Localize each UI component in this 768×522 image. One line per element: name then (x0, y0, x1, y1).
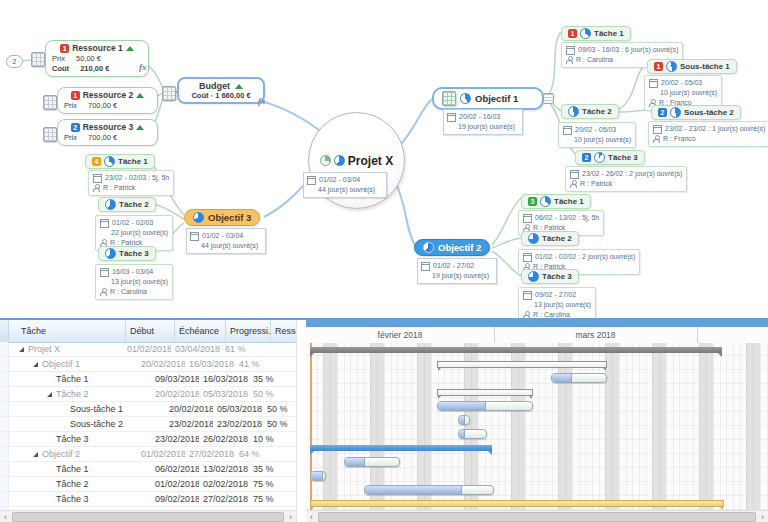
table-row-tache-3[interactable]: Tâche 3 09/02/2018 27/02/2018 75 % Carol… (0, 492, 296, 507)
node-obj1-tache-2[interactable]: Tâche 2 20/02 - 05/03 10 jour(s) ouvré(s… (558, 103, 636, 148)
table-row-tache-2[interactable]: Tâche 2 20/02/2018 05/03/2018 50 % (0, 387, 296, 402)
collapse-caret-icon[interactable] (126, 46, 134, 51)
gantt-bar-projet-x[interactable] (310, 347, 722, 353)
collapsed-branch-count[interactable]: 2 (6, 55, 23, 68)
cell-resource: Patrick (293, 432, 297, 446)
progress-pie-icon (193, 212, 204, 223)
column-header-resources[interactable]: Ressources (271, 320, 297, 342)
progress-pie-icon (334, 155, 345, 166)
expand-arrow-icon[interactable] (19, 347, 24, 352)
objectif3-dates-box: 01/02 - 03/04 44 jour(s) ouvré(s) (186, 228, 266, 254)
node-title: Objectif 2 (438, 242, 481, 253)
node-obj1-tache-3[interactable]: 2Tâche 3 23/02 - 26/02 : 2 jour(s) ouvré… (565, 146, 687, 192)
node-objectif-3[interactable]: Objectif 3 (184, 209, 260, 226)
gantt-bar-tache-3[interactable] (458, 429, 487, 439)
grid-horizontal-scrollbar[interactable]: ‹ › (0, 510, 296, 522)
collapse-caret-icon[interactable] (136, 93, 144, 98)
scrollbar-thumb[interactable] (318, 512, 756, 522)
priority-badge: 2 (71, 123, 80, 132)
scrollbar-thumb[interactable] (12, 512, 284, 522)
gantt-bar-tache-1[interactable] (344, 457, 400, 467)
duration-text: 10 jour(s) ouvré(s) (660, 88, 717, 98)
mindmap-canvas[interactable]: 2 1 Ressource 1 Prix50,00 € Coût◦210,00 … (0, 0, 768, 318)
table-row-sous-tache-2[interactable]: Sous-tâche 2 23/02/2018 23/02/2018 50 % … (0, 417, 296, 432)
gantt-bar-sous-tache-1[interactable] (437, 401, 533, 411)
progress-pie-icon (528, 233, 539, 244)
table-row-projet-x[interactable]: Projet X 01/02/2018 03/04/2018 61 % (0, 342, 296, 357)
node-ressource-3[interactable]: 2 Ressource 3 Prix700,00 € (57, 119, 158, 146)
node-ressource-1[interactable]: 1 Ressource 1 Prix50,00 € Coût◦210,00 € (45, 40, 149, 77)
gantt-bar-tache-2[interactable] (437, 389, 533, 396)
cell-end: 27/02/2018 (185, 447, 235, 461)
gantt-bar-tache-2[interactable] (310, 471, 326, 481)
table-row-tache-2[interactable]: Tâche 2 01/02/2018 02/02/2018 75 % Patri… (0, 477, 296, 492)
node-obj3-tache-3[interactable]: Tâche 3 16/03 - 03/04 13 jour(s) ouvré(s… (95, 245, 173, 300)
table-row-tache-1[interactable]: Tâche 1 09/03/2018 16/03/2018 35 % Carol… (0, 372, 296, 387)
grid-header: Tâche Début Échéance Progressi... Ressou… (0, 320, 296, 343)
priority-badge: 2 (658, 108, 667, 117)
node-obj2-tache-3[interactable]: Tâche 3 09/02 - 27/02 13 jour(s) ouvré(s… (518, 268, 596, 323)
node-obj3-tache-2[interactable]: Tâche 2 01/02 - 02/03 22 jour(s) ouvré(s… (95, 196, 173, 251)
spreadsheet-icon[interactable] (31, 52, 45, 67)
priority-badge: 4 (92, 157, 101, 166)
table-row-objectif-1[interactable]: Objectif 1 20/02/2018 16/03/2018 41 % (0, 357, 296, 372)
gantt-bar-sous-tache-2[interactable] (458, 415, 470, 425)
task-title: Tâche 1 (118, 157, 148, 166)
node-ressource-2[interactable]: 1 Ressource 2 Prix700,00 € (57, 87, 158, 114)
table-row-objectif-2[interactable]: Objectif 2 01/02/2018 27/02/2018 64 % (0, 447, 296, 462)
price-label: Prix (64, 101, 88, 110)
collapse-caret-icon[interactable] (136, 125, 144, 130)
cell-progress: 75 % (249, 492, 293, 506)
node-sous-tache-2[interactable]: 2Sous-tâche 2 23/02 - 23/02 : 1 jour(s) … (648, 101, 768, 147)
spreadsheet-icon[interactable] (162, 86, 176, 101)
node-objectif-2[interactable]: Objectif 2 (414, 239, 490, 256)
table-row-sous-tache-1[interactable]: Sous-tâche 1 20/02/2018 05/03/2018 50 % … (0, 402, 296, 417)
gantt-horizontal-scrollbar[interactable]: ‹ › (306, 510, 768, 522)
duration-text: 10 jour(s) ouvré(s) (574, 135, 631, 145)
resource-text: R : Patrick (580, 179, 612, 189)
column-header-start[interactable]: Début (126, 320, 175, 342)
duration-text: 22 jour(s) ouvré(s) (111, 228, 168, 238)
gantt-chart: février 2018 mars 2018 ‹ (306, 320, 768, 522)
person-icon (566, 56, 573, 64)
calendar-icon (653, 125, 662, 134)
gantt-body[interactable] (306, 343, 768, 510)
column-header-progress[interactable]: Progressi... (226, 320, 271, 342)
collapse-toggle[interactable] (543, 93, 554, 104)
expand-arrow-icon[interactable] (47, 392, 52, 397)
gantt-bar-tache-1[interactable] (551, 373, 607, 383)
gantt-bar-tache-3[interactable] (364, 485, 494, 495)
node-budget[interactable]: Budget Coût◦1 660,00 € (177, 77, 265, 104)
table-row-tache-3[interactable]: Tâche 3 23/02/2018 26/02/2018 10 % Patri… (0, 432, 296, 447)
cell-progress: 50 % (263, 402, 297, 416)
column-header-end[interactable]: Échéance (175, 320, 226, 342)
spreadsheet-icon[interactable] (43, 95, 57, 110)
cell-task: Sous-tâche 1 (70, 402, 123, 416)
formula-fx-icon: fx (139, 62, 147, 72)
collapse-caret-icon[interactable] (235, 84, 243, 89)
scroll-right-icon[interactable]: › (757, 511, 768, 522)
gantt-bar-objectif-2[interactable] (310, 445, 492, 451)
dates-text: 01/02 - 27/02 (433, 261, 474, 271)
table-row-tache-1[interactable]: Tâche 1 06/02/2018 13/02/2018 35 % Patri… (0, 462, 296, 477)
column-header-task[interactable]: Tâche (9, 320, 126, 342)
node-obj3-tache-1[interactable]: 4Tâche 1 23/02 - 02/03 : 5j, 5h R : Patr… (85, 150, 174, 196)
cell-start: 20/02/2018 (137, 357, 185, 371)
gantt-bar-objectif-3[interactable] (310, 500, 724, 507)
duration-text: 13 jour(s) ouvré(s) (534, 300, 591, 310)
scroll-left-icon[interactable]: ‹ (0, 511, 11, 522)
calendar-icon (421, 262, 430, 271)
root-title: Projet X (348, 154, 393, 168)
task-title: Tâche 3 (608, 153, 638, 162)
node-objectif-1[interactable]: Objectif 1 (432, 87, 544, 110)
scroll-right-icon[interactable]: › (285, 511, 296, 522)
dates-text: 16/03 - 03/04 (112, 267, 153, 277)
expand-arrow-icon[interactable] (33, 362, 38, 367)
gantt-timescale[interactable]: février 2018 mars 2018 (306, 327, 768, 344)
cell-resource: Carolina (293, 372, 297, 386)
spreadsheet-icon[interactable] (43, 127, 57, 142)
month-label: février 2018 (306, 327, 495, 343)
scroll-left-icon[interactable]: ‹ (306, 511, 317, 522)
expand-arrow-icon[interactable] (33, 452, 38, 457)
gantt-bar-objectif-1[interactable] (437, 361, 607, 368)
